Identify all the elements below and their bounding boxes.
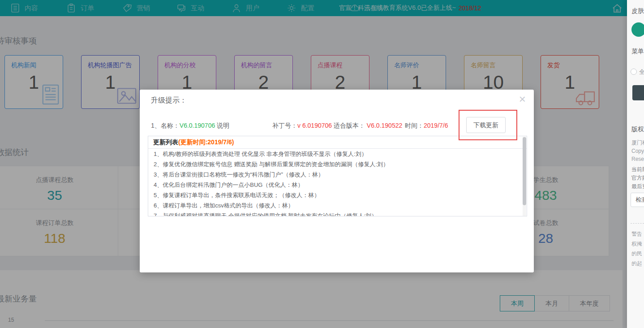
update-list-items: 1、机构/教师的班级列表查询处理 优化显示 非本身管理的班级不显示（修复人:刘）… <box>148 149 527 216</box>
list-item: 5、修复课程订单导出，条件搜索联系电话无效；（修改人：林） <box>154 190 527 200</box>
patch-time-group: 时间：2019/7/6 <box>405 122 448 130</box>
time-value: 2019/7/6 <box>424 122 448 129</box>
update-list-header: 更新列表(更新时间:2019/7/6) <box>148 136 527 149</box>
list-item: 4、优化后台绑定科汛微门户的一点小BUG（优化人：林） <box>154 180 527 190</box>
skin-label: 皮肤 <box>631 7 644 15</box>
patch-label: 补丁号： <box>272 122 297 129</box>
copyright-label: 版权 <box>631 125 644 134</box>
list-item: 7、与保利威视对接直播聊天 会提供对应的使用文档 暂时未发布在论坛中（修复人:刘… <box>154 211 527 216</box>
company-line: Copyr <box>631 148 644 154</box>
menu-radio[interactable] <box>631 69 637 75</box>
version-line: 官方网 <box>631 174 644 182</box>
list-item: 1、机构/教师的班级列表查询处理 优化显示 非本身管理的班级不显示（修复人:刘） <box>154 149 527 159</box>
patch-name-group: 1、名称：V6.0.190706 说明 <box>151 122 229 130</box>
patch-number-group: 补丁号：v 6.0190706 适合版本： V6.0.190522 <box>272 122 402 130</box>
name-label: 1、名称： <box>151 122 180 129</box>
list-item: 3、将后台课堂街接口名称统一修改为“科汛微门户”（修改人：林） <box>154 169 527 180</box>
version-line: 当前版 <box>631 166 644 173</box>
compat-value: V6.0.190522 <box>367 122 402 129</box>
sidebar-dark-button[interactable] <box>632 85 644 100</box>
warning-line: 权掩 <box>631 240 642 248</box>
check-update-button[interactable]: 检测 <box>631 193 644 207</box>
update-list-box[interactable]: 更新列表(更新时间:2019/7/6) 1、机构/教师的班级列表查询处理 优化显… <box>148 136 527 216</box>
settings-sidebar: 皮肤 菜单 全 版权 厦门科 Copyr Reser 当前版 官方网 最后更 检… <box>627 0 644 328</box>
name-value: V6.0.190706 <box>180 122 215 129</box>
list-item: 2、修复优化微信绑定账号信息 赠送奖励 与解绑后重复绑定的资金增加的漏洞（修复人… <box>154 159 527 169</box>
upgrade-modal: 升级提示： × 1、名称：V6.0.190706 说明 补丁号：v 6.0190… <box>140 90 534 272</box>
warning-line: 的民 <box>631 250 642 258</box>
theme-color-swatch[interactable] <box>631 22 644 37</box>
menu-radio-label: 全 <box>639 68 644 76</box>
warning-line: 警告 <box>631 230 642 238</box>
company-line: Reser <box>631 156 644 162</box>
scrollbar-track[interactable] <box>523 137 526 216</box>
scrollbar-thumb[interactable] <box>523 137 526 205</box>
time-label: 时间： <box>405 122 424 129</box>
app-window: 内容 订单 营销 互动 用户 配置 云服务 官宣！科汛在线教育系统V6.0已全新… <box>0 0 644 328</box>
patch-value: v 6.0190706 <box>297 122 334 129</box>
update-list-time: (更新时间:2019/7/6) <box>178 138 234 146</box>
close-icon[interactable]: × <box>519 93 526 105</box>
warning-line: 的起 <box>631 260 642 268</box>
dashed-divider <box>631 223 644 224</box>
download-update-button[interactable]: 下载更新 <box>466 117 506 133</box>
version-line: 最后更 <box>631 183 644 190</box>
company-line: 厦门科 <box>631 139 644 147</box>
menu-label: 菜单 <box>631 47 644 56</box>
list-item: 6、课程订单导出，增加csv格式的导出（修改人：林） <box>154 200 527 211</box>
update-list-title: 更新列表 <box>153 138 178 146</box>
compat-label: 适合版本： <box>334 122 367 129</box>
modal-title: 升级提示： <box>151 96 187 105</box>
name-suffix: 说明 <box>215 122 229 129</box>
